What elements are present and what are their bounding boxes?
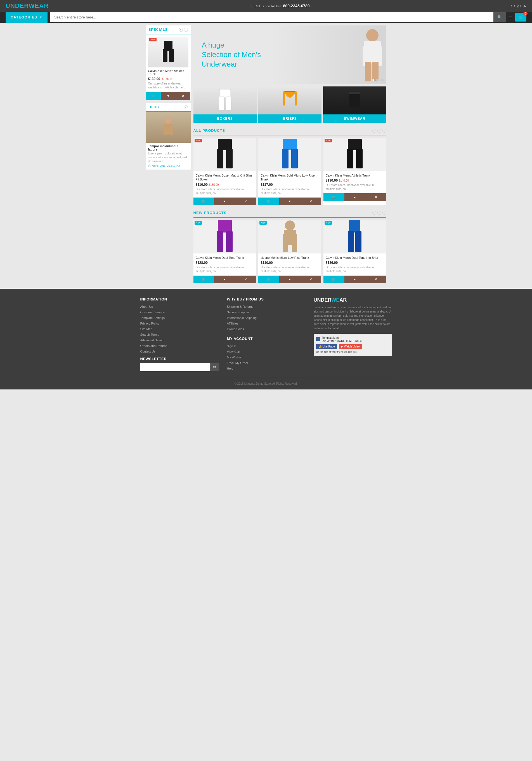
list-item: International Shipping — [227, 316, 305, 320]
product-3-desc: Our store offers underwear available in … — [326, 183, 384, 191]
svg-rect-24 — [226, 149, 233, 168]
search-input[interactable] — [50, 12, 494, 22]
product-3-wish-button[interactable]: ♥ — [345, 193, 365, 201]
all-products-next-2[interactable] — [382, 129, 386, 133]
group-sales-link[interactable]: Group Sales — [227, 327, 244, 331]
googleplus-icon[interactable]: g+ — [517, 4, 521, 8]
new-product-2-actions: 🛒 ♥ ✕ — [258, 275, 321, 283]
product-1-actions: 🛒 ♥ ✕ — [193, 198, 256, 205]
product-2-del-button[interactable]: ✕ — [300, 198, 321, 205]
specials-product-price: $130.00 $140.00 — [148, 77, 188, 81]
new-product-2-cart-button[interactable]: 🛒 — [258, 275, 279, 283]
new-product-3-cart-button[interactable]: 🛒 — [323, 275, 345, 283]
svg-rect-33 — [226, 231, 233, 252]
all-products-prev[interactable] — [372, 129, 376, 133]
fb-watch-button[interactable]: ▶ Watch Video — [339, 344, 362, 349]
about-us-link[interactable]: About Us — [140, 305, 153, 308]
product-3-name: Calvin Klein Men's Athletic Trunk — [326, 173, 384, 177]
product-2-cart-button[interactable]: 🛒 — [258, 198, 279, 205]
new-product-1-wish-button[interactable]: ♥ — [214, 275, 235, 283]
product-2-wish-button[interactable]: ♥ — [279, 198, 300, 205]
svg-rect-15 — [226, 96, 231, 110]
shipping-returns-link[interactable]: Shipping & Returns — [227, 305, 253, 308]
social-links[interactable]: f t g+ ▶ — [511, 4, 526, 8]
blog-post-text: Lorem ipsum dolor sit amet conse ctetur … — [146, 152, 191, 164]
search-button[interactable]: 🔍 — [494, 12, 506, 22]
list-item: Sign In — [227, 344, 305, 348]
product-1-desc: Our store offers underwear available in … — [196, 188, 254, 195]
new-product-3-del-button[interactable]: ✕ — [365, 275, 386, 283]
track-order-link[interactable]: Track My Order — [227, 361, 248, 365]
specials-product-image: Sale — [148, 37, 188, 67]
newsletter-submit-button[interactable]: ✉ — [210, 363, 219, 371]
product-3-cart-button[interactable]: 🛒 — [323, 193, 345, 201]
specials-next-button[interactable] — [184, 28, 188, 31]
svg-rect-26 — [282, 149, 289, 168]
hero-dot-2[interactable] — [376, 79, 379, 82]
product-1-cart-button[interactable]: 🛒 — [193, 198, 214, 205]
fb-like-button[interactable]: 👍 Like Page — [316, 344, 337, 349]
contact-us-link[interactable]: Contact Us — [140, 350, 155, 353]
privacy-policy-link[interactable]: Privacy Policy — [140, 322, 159, 325]
advanced-search-link[interactable]: Advanced Search — [140, 338, 165, 342]
specials-remove-button[interactable]: ✕ — [176, 92, 190, 100]
category-briefs[interactable]: BRIEFS — [258, 87, 322, 123]
sign-in-link[interactable]: Sign In — [227, 344, 237, 348]
specials-add-to-cart-button[interactable]: 🛒 — [146, 92, 161, 100]
specials-wishlist-button[interactable]: ♥ — [161, 92, 176, 100]
site-map-link[interactable]: Site Map — [140, 327, 152, 331]
svg-rect-19 — [295, 91, 297, 105]
template-settings-link[interactable]: Template Settings — [140, 316, 165, 320]
twitter-icon[interactable]: t — [514, 4, 515, 8]
specials-controls: ○ — [179, 28, 188, 31]
categories-button[interactable]: CATEGORIES ▼ — [6, 12, 47, 23]
footer-information: INFORMATION About Us Customer Service Te… — [140, 297, 219, 372]
secure-shopping-link[interactable]: Secure Shopping — [227, 311, 250, 314]
orders-returns-link[interactable]: Orders and Returns — [140, 344, 168, 347]
specials-prev-button[interactable]: ○ — [179, 28, 183, 31]
new-products-next-1[interactable] — [377, 211, 381, 214]
svg-rect-5 — [164, 127, 167, 135]
new-product-1-del-button[interactable]: ✕ — [235, 275, 256, 283]
affiliates-link[interactable]: Affiliates — [227, 322, 239, 325]
search-terms-link[interactable]: Search Terms — [140, 333, 159, 336]
svg-rect-2 — [169, 49, 174, 62]
product-1-del-button[interactable]: ✕ — [235, 198, 256, 205]
view-cart-link[interactable]: View Cart — [227, 350, 240, 353]
hero-model — [342, 26, 386, 84]
product-3-del-button[interactable]: ✕ — [365, 193, 386, 201]
product-2-figure — [279, 139, 301, 170]
menu-icon[interactable]: ≡ — [509, 14, 512, 20]
help-link[interactable]: Help — [227, 367, 234, 370]
my-wishlist-link[interactable]: My Wishlist — [227, 356, 243, 359]
blog-ctrl[interactable]: ○ — [184, 105, 188, 109]
hero-dot-1[interactable] — [372, 79, 375, 82]
cart-button[interactable]: 🛒 0 — [515, 13, 526, 22]
facebook-logo-icon: f — [316, 337, 320, 341]
youtube-icon[interactable]: ▶ — [524, 4, 526, 8]
new-product-2-del-button[interactable]: ✕ — [300, 275, 321, 283]
list-item: Track My Order — [227, 361, 305, 365]
all-products-next-1[interactable] — [377, 129, 381, 133]
svg-rect-22 — [218, 139, 232, 150]
new-product-3-wish-button[interactable]: ♥ — [345, 275, 365, 283]
category-boxers[interactable]: BOXERS — [193, 87, 257, 123]
new-product-1-price: $128.00 — [196, 261, 254, 265]
customer-service-link[interactable]: Customer Service — [140, 311, 165, 314]
new-products-next-2[interactable] — [382, 211, 386, 214]
svg-rect-36 — [283, 234, 288, 252]
hero-dot-3[interactable] — [381, 79, 384, 82]
intl-shipping-link[interactable]: International Shipping — [227, 316, 257, 320]
all-products-header: ALL PRODUCTS — [193, 126, 386, 136]
category-swimwear[interactable]: SWIMWEAR — [323, 87, 386, 123]
new-products-prev[interactable] — [372, 211, 376, 214]
product-1-price: $110.00 $135.00 — [196, 183, 254, 187]
new-product-2-wish-button[interactable]: ♥ — [279, 275, 300, 283]
product-3-body: Calvin Klein Men's Athletic Trunk $130.0… — [323, 171, 386, 193]
product-figure-icon — [160, 41, 177, 63]
facebook-icon[interactable]: f — [511, 4, 512, 8]
product-1-wish-button[interactable]: ♥ — [214, 198, 235, 205]
new-product-1-cart-button[interactable]: 🛒 — [193, 275, 214, 283]
nav-icons: ≡ 🛒 0 — [509, 13, 526, 22]
newsletter-input[interactable] — [140, 363, 210, 371]
